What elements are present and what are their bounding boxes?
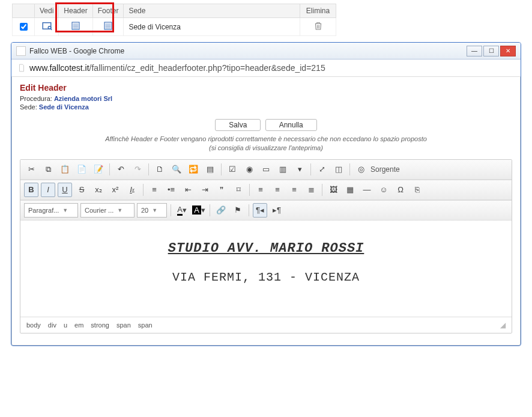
font-combo[interactable]: Courier ...▼: [80, 203, 135, 218]
numbered-list-button[interactable]: ≡: [147, 183, 162, 197]
find-icon[interactable]: 🔍: [169, 162, 184, 177]
paste-text-icon[interactable]: 📄: [74, 162, 89, 177]
underline-button[interactable]: U: [58, 183, 72, 197]
path-item[interactable]: em: [74, 321, 83, 329]
bullet-list-button[interactable]: •≡: [164, 183, 178, 197]
subscript-button[interactable]: x₂: [91, 183, 106, 197]
align-right-button[interactable]: ≡: [287, 183, 301, 197]
table-button[interactable]: ▦: [343, 183, 357, 197]
page-title: Edit Header: [20, 83, 512, 93]
align-center-button[interactable]: ≡: [270, 183, 285, 197]
sede-table: Vedi Header Footer Sede Elimina Sede di …: [12, 4, 336, 36]
strike-button[interactable]: S: [74, 183, 89, 197]
link-button[interactable]: 🔗: [214, 203, 228, 218]
remove-format-button[interactable]: Ix: [125, 183, 139, 197]
new-page-icon[interactable]: 🗋: [153, 162, 167, 177]
sede-cell: Sede di Vicenza: [124, 18, 300, 36]
delete-button[interactable]: [300, 18, 336, 36]
background-table-area: Vedi Header Footer Sede Elimina Sede di …: [0, 0, 532, 36]
save-button[interactable]: Salva: [215, 119, 261, 131]
maximize-button[interactable]: ☐: [483, 46, 499, 56]
page-icon: [17, 63, 26, 73]
div-button[interactable]: ⌑: [231, 183, 246, 197]
textarea-icon[interactable]: ▥: [276, 162, 290, 177]
editor-content[interactable]: STUDIO AVV. MARIO ROSSI VIA FERMI, 131 -…: [20, 221, 512, 317]
size-combo[interactable]: 20▼: [137, 203, 167, 218]
window-titlebar: Fallco WEB - Google Chrome — ☐ ✕: [11, 43, 521, 59]
bold-button[interactable]: B: [24, 183, 38, 197]
note-text: Affinchè Header e Footer vengano riprodo…: [20, 135, 512, 153]
anchor-button[interactable]: ⚑: [231, 203, 245, 218]
indent-button[interactable]: ⇥: [198, 183, 212, 197]
paste-word-icon[interactable]: 📝: [91, 162, 106, 177]
svg-rect-0: [43, 23, 51, 29]
image-button[interactable]: 🖼: [326, 183, 340, 197]
procedura-row: Procedura: Azienda motori Srl: [20, 95, 512, 102]
toolbar-row-2: B I U S x₂ x² Ix ≡ •≡ ⇤ ⇥ ” ⌑ ≡ ≡ ≡ ≣: [20, 180, 512, 200]
rich-text-editor: ✂ ⧉ 📋 📄 📝 ↶ ↷ 🗋 🔍 🔁 ▤ ☑ ◉ ▭ ▥ ▾: [20, 159, 512, 333]
path-item[interactable]: body: [26, 321, 41, 329]
superscript-button[interactable]: x²: [108, 183, 122, 197]
checkbox-icon[interactable]: ☑: [225, 162, 240, 177]
text-color-button[interactable]: A▾: [175, 203, 189, 218]
radio-icon[interactable]: ◉: [242, 162, 256, 177]
blockquote-button[interactable]: ”: [214, 183, 229, 197]
content-line-1: STUDIO AVV. MARIO ROSSI: [30, 241, 502, 256]
table-row: Sede di Vicenza: [13, 18, 336, 36]
toolbar-row-1: ✂ ⧉ 📋 📄 📝 ↶ ↷ 🗋 🔍 🔁 ▤ ☑ ◉ ▭ ▥ ▾: [20, 160, 512, 180]
col-elimina: Elimina: [300, 4, 336, 18]
copy-icon[interactable]: ⧉: [41, 162, 55, 177]
row-checkbox[interactable]: [20, 23, 28, 31]
sede-row: Sede: Sede di Vicenza: [20, 103, 512, 111]
header-button[interactable]: [59, 18, 92, 36]
minimize-button[interactable]: —: [467, 46, 482, 56]
toolbar-row-3: Paragraf...▼ Courier ...▼ 20▼ A▾ A▾ 🔗 ⚑ …: [20, 200, 512, 221]
select-all-icon[interactable]: ▤: [203, 162, 217, 177]
align-justify-button[interactable]: ≣: [304, 183, 318, 197]
close-button[interactable]: ✕: [500, 46, 516, 56]
textfield-icon[interactable]: ▭: [259, 162, 273, 177]
resize-handle[interactable]: ◢: [500, 321, 506, 329]
select-icon[interactable]: ▾: [292, 162, 307, 177]
italic-button[interactable]: I: [41, 183, 55, 197]
path-item[interactable]: div: [48, 321, 56, 329]
source-icon[interactable]: ◎: [354, 162, 368, 177]
smiley-button[interactable]: ☺: [376, 183, 391, 197]
path-item[interactable]: u: [64, 321, 67, 329]
path-item[interactable]: strong: [91, 321, 109, 329]
replace-icon[interactable]: 🔁: [186, 162, 201, 177]
show-blocks-icon[interactable]: ◫: [331, 162, 346, 177]
bg-color-button[interactable]: A▾: [192, 203, 206, 218]
col-footer: Footer: [92, 4, 124, 18]
favicon: [16, 46, 26, 56]
col-sede: Sede: [124, 4, 300, 18]
address-bar[interactable]: www.fallcotest.it/fallimenti/cz_edit_hea…: [11, 59, 521, 77]
page-break-button[interactable]: ⎘: [410, 183, 425, 197]
svg-rect-3: [72, 22, 79, 29]
col-header: Header: [59, 4, 92, 18]
source-label[interactable]: Sorgente: [370, 165, 400, 174]
hr-button[interactable]: ―: [360, 183, 374, 197]
redo-icon[interactable]: ↷: [130, 162, 145, 177]
svg-line-2: [50, 29, 52, 30]
path-item[interactable]: span: [138, 321, 153, 329]
outdent-button[interactable]: ⇤: [181, 183, 195, 197]
element-path: body div u em strong span span ◢: [20, 317, 512, 333]
footer-button[interactable]: [92, 18, 124, 36]
cancel-button[interactable]: Annulla: [265, 119, 317, 131]
special-char-button[interactable]: Ω: [393, 183, 408, 197]
window-title: Fallco WEB - Google Chrome: [29, 47, 467, 55]
svg-rect-8: [104, 22, 112, 29]
view-button[interactable]: [35, 18, 59, 36]
cut-icon[interactable]: ✂: [24, 162, 38, 177]
popup-window: Fallco WEB - Google Chrome — ☐ ✕ www.fal…: [11, 42, 521, 346]
undo-icon[interactable]: ↶: [113, 162, 128, 177]
format-combo[interactable]: Paragraf...▼: [24, 203, 78, 218]
rtl-button[interactable]: ▸¶: [270, 203, 284, 218]
url-path: /fallimenti/cz_edit_headerfooter.php?tip…: [89, 63, 325, 73]
ltr-button[interactable]: ¶◂: [253, 203, 267, 218]
path-item[interactable]: span: [116, 321, 131, 329]
align-left-button[interactable]: ≡: [253, 183, 268, 197]
paste-icon[interactable]: 📋: [58, 162, 72, 177]
maximize-editor-icon[interactable]: ⤢: [315, 162, 329, 177]
